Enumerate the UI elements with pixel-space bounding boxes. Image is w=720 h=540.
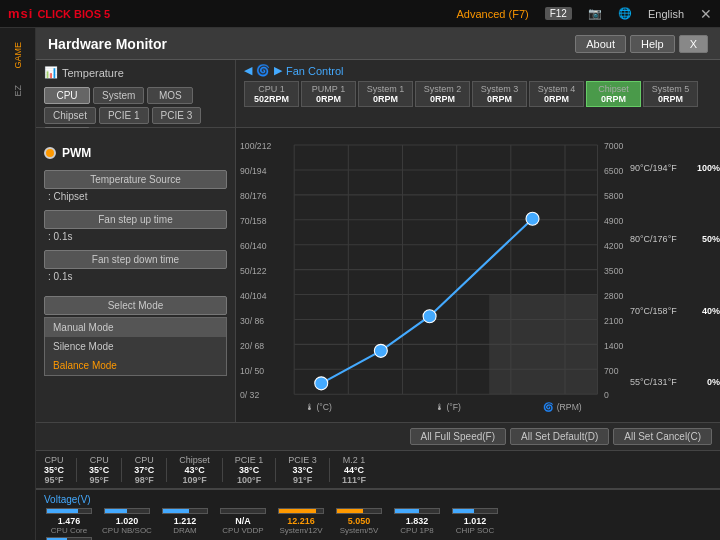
- top-close-button[interactable]: ✕: [700, 6, 712, 22]
- fan-cell-pump1[interactable]: PUMP 1 0RPM: [301, 81, 356, 107]
- voltage-label: Voltage(V): [44, 494, 712, 505]
- svg-text:🌀 (RPM): 🌀 (RPM): [543, 401, 582, 413]
- voltage-item-cpu-nb: 1.020 CPU NB/SOC: [102, 508, 152, 535]
- temp-label-3: 70°C/158°F: [630, 306, 677, 316]
- pct-label-4: 0%: [707, 377, 720, 387]
- temp-divider-4: [222, 458, 223, 482]
- fan-step-up-button[interactable]: Fan step up time: [44, 210, 227, 229]
- temp-btn-pcie3[interactable]: PCIE 3: [152, 107, 202, 124]
- fan-step-down-button[interactable]: Fan step down time: [44, 250, 227, 269]
- temp-label-4: 55°C/131°F: [630, 377, 677, 387]
- fan-control-header: ◀ 🌀 ▶ Fan Control: [244, 64, 712, 77]
- svg-text:🌡 (°F): 🌡 (°F): [435, 402, 461, 412]
- select-mode-button[interactable]: Select Mode: [44, 296, 227, 315]
- sidebar-item-game[interactable]: GAME: [11, 36, 25, 75]
- temp-item-chipset: Chipset 43°C 109°F: [179, 455, 210, 485]
- msi-logo: msi: [8, 6, 33, 21]
- chart-container: 100/212 90/194 80/176 70/158 60/140 50/1…: [236, 128, 630, 422]
- svg-text:50/122: 50/122: [240, 266, 267, 276]
- svg-rect-40: [489, 295, 597, 395]
- svg-text:90/194: 90/194: [240, 166, 267, 176]
- hw-title: Hardware Monitor: [48, 36, 575, 52]
- close-button[interactable]: X: [679, 35, 708, 53]
- voltage-item-1p8: 1.832 CPU 1P8: [392, 508, 442, 535]
- all-full-speed-button[interactable]: All Full Speed(F): [410, 428, 506, 445]
- mode-manual[interactable]: Manual Mode: [45, 318, 226, 337]
- fan-cell-sys5[interactable]: System 5 0RPM: [643, 81, 698, 107]
- svg-text:700: 700: [604, 366, 619, 376]
- temp-btn-pcie1[interactable]: PCIE 1: [99, 107, 149, 124]
- temp-btn-mos[interactable]: MOS: [147, 87, 193, 104]
- help-button[interactable]: Help: [630, 35, 675, 53]
- voltage-val-vddp: N/A: [235, 516, 251, 526]
- lang-icon[interactable]: 🌐: [618, 7, 632, 20]
- voltage-item-cpu-core: 1.476 CPU Core: [44, 508, 94, 535]
- fan-cell-sys4[interactable]: System 4 0RPM: [529, 81, 584, 107]
- voltage-name-12v: System/12V: [279, 526, 322, 535]
- about-button[interactable]: About: [575, 35, 626, 53]
- temp-btn-system[interactable]: System: [93, 87, 144, 104]
- pct-label-3: 40%: [702, 306, 720, 316]
- voltage-val-5v: 5.050: [348, 516, 371, 526]
- svg-text:10/ 50: 10/ 50: [240, 366, 264, 376]
- temp-divider-3: [166, 458, 167, 482]
- voltage-row-1: 1.476 CPU Core 1.020 CPU NB/SOC 1.212 DR…: [44, 508, 712, 535]
- fan-arrow-right-icon: ▶: [274, 64, 282, 77]
- svg-text:80/176: 80/176: [240, 191, 267, 201]
- voltage-bar-cpu-core: [46, 508, 92, 514]
- voltage-bar-12v: [278, 508, 324, 514]
- all-set-default-button[interactable]: All Set Default(D): [510, 428, 609, 445]
- temperature-header: 📊 Temperature: [44, 66, 227, 79]
- svg-text:70/158: 70/158: [240, 216, 267, 226]
- temp-label-1: 90°C/194°F: [630, 163, 677, 173]
- voltage-name-dram: DRAM: [173, 526, 197, 535]
- f12-badge[interactable]: F12: [545, 7, 572, 20]
- mode-silence[interactable]: Silence Mode: [45, 337, 226, 356]
- screenshot-icon[interactable]: 📷: [588, 7, 602, 20]
- temp-source-button[interactable]: Temperature Source: [44, 170, 227, 189]
- fan-step-up-value: : 0.1s: [44, 229, 227, 244]
- svg-point-44: [526, 212, 539, 225]
- temp-item-pcie3: PCIE 3 33°C 91°F: [288, 455, 317, 485]
- temp-divider-5: [275, 458, 276, 482]
- pwm-row: PWM: [44, 146, 227, 160]
- svg-text:2100: 2100: [604, 316, 623, 326]
- fan-cell-chipset[interactable]: Chipset 0RPM: [586, 81, 641, 107]
- temp-btn-chipset[interactable]: Chipset: [44, 107, 96, 124]
- svg-text:3500: 3500: [604, 266, 623, 276]
- voltage-val-1p8: 1.832: [406, 516, 429, 526]
- sidebar-item-ez[interactable]: EZ: [11, 79, 25, 103]
- chart-svg[interactable]: 100/212 90/194 80/176 70/158 60/140 50/1…: [240, 132, 630, 418]
- temp-label-2: 80°C/176°F: [630, 234, 677, 244]
- pwm-label: PWM: [62, 146, 91, 160]
- all-set-cancel-button[interactable]: All Set Cancel(C): [613, 428, 712, 445]
- fan-cell-sys2[interactable]: System 2 0RPM: [415, 81, 470, 107]
- chart-right-labels: 90°C/194°F 100% 80°C/176°F 50% 70°C/158°…: [630, 128, 720, 422]
- fan-cell-sys3[interactable]: System 3 0RPM: [472, 81, 527, 107]
- voltage-bar-cpu-nb: [104, 508, 150, 514]
- svg-point-42: [374, 344, 387, 357]
- pwm-radio[interactable]: [44, 147, 56, 159]
- chart-panel-area: PWM Temperature Source : Chipset Fan ste…: [36, 128, 720, 422]
- voltage-item-5v: 5.050 System/5V: [334, 508, 384, 535]
- fan-icon: 🌀: [256, 64, 270, 77]
- voltage-item-dram: 1.212 DRAM: [160, 508, 210, 535]
- chart-label-row-4: 55°C/131°F 0%: [630, 377, 720, 387]
- advanced-label: Advanced (F7): [457, 8, 529, 20]
- svg-text:20/ 68: 20/ 68: [240, 341, 264, 351]
- hw-buttons: About Help X: [575, 35, 708, 53]
- left-panel: PWM Temperature Source : Chipset Fan ste…: [36, 128, 236, 422]
- mode-dropdown: Manual Mode Silence Mode Balance Mode: [44, 317, 227, 376]
- temp-btn-cpu[interactable]: CPU: [44, 87, 90, 104]
- svg-text:6500: 6500: [604, 166, 623, 176]
- hw-title-bar: Hardware Monitor About Help X: [36, 28, 720, 60]
- fan-control-section: ◀ 🌀 ▶ Fan Control CPU 1 502RPM PUMP 1 0R…: [236, 60, 720, 127]
- top-bar-right: Advanced (F7) F12 📷 🌐 English ✕: [457, 6, 712, 22]
- temp-source-row: Temperature Source : Chipset: [44, 170, 227, 204]
- fan-cell-cpu1[interactable]: CPU 1 502RPM: [244, 81, 299, 107]
- mode-balance[interactable]: Balance Mode: [45, 356, 226, 375]
- fan-cell-sys1[interactable]: System 1 0RPM: [358, 81, 413, 107]
- temp-item-cpu1: CPU 35°C 95°F: [44, 455, 64, 485]
- svg-text:5800: 5800: [604, 191, 623, 201]
- voltage-bar-dram: [162, 508, 208, 514]
